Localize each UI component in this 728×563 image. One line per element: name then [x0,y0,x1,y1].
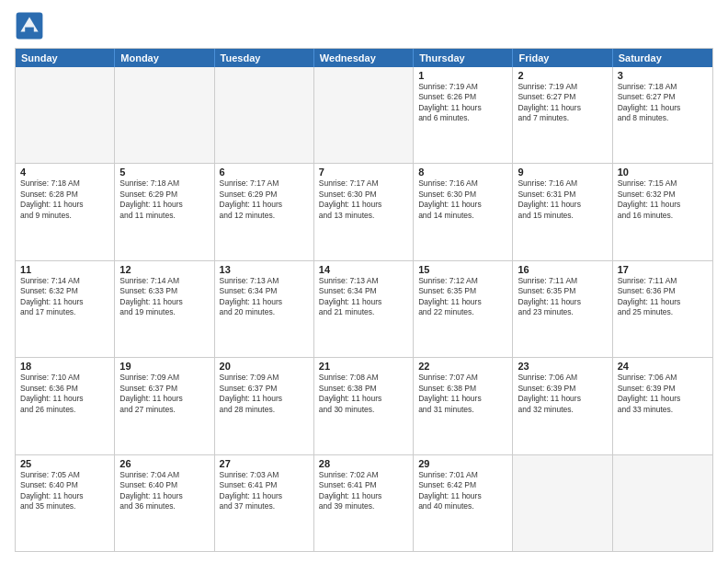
day-number: 27 [220,458,309,469]
day-number: 9 [518,167,607,178]
cal-day-8: 8Sunrise: 7:16 AM Sunset: 6:30 PM Daylig… [414,164,513,259]
day-info: Sunrise: 7:11 AM Sunset: 6:35 PM Dayligh… [518,276,607,318]
cal-day-empty [215,67,314,163]
day-info: Sunrise: 7:15 AM Sunset: 6:32 PM Dayligh… [618,178,708,221]
day-number: 8 [418,167,507,178]
day-info: Sunrise: 7:13 AM Sunset: 6:34 PM Dayligh… [319,276,408,318]
day-number: 4 [20,167,109,178]
cal-week-4: 18Sunrise: 7:10 AM Sunset: 6:36 PM Dayli… [16,357,712,454]
cal-day-16: 16Sunrise: 7:11 AM Sunset: 6:35 PM Dayli… [513,261,612,357]
day-info: Sunrise: 7:09 AM Sunset: 6:37 PM Dayligh… [119,373,209,415]
day-number: 26 [119,458,209,469]
day-info: Sunrise: 7:06 AM Sunset: 6:39 PM Dayligh… [618,373,708,415]
cal-day-3: 3Sunrise: 7:18 AM Sunset: 6:27 PM Daylig… [613,67,712,163]
day-number: 12 [119,264,209,275]
cal-week-2: 4Sunrise: 7:18 AM Sunset: 6:28 PM Daylig… [16,163,712,259]
day-number: 23 [518,361,607,372]
day-number: 18 [20,361,109,372]
cal-day-17: 17Sunrise: 7:11 AM Sunset: 6:36 PM Dayli… [613,261,712,357]
day-info: Sunrise: 7:10 AM Sunset: 6:36 PM Dayligh… [20,373,109,415]
cal-day-18: 18Sunrise: 7:10 AM Sunset: 6:36 PM Dayli… [16,358,115,454]
svg-rect-2 [25,28,34,33]
day-info: Sunrise: 7:18 AM Sunset: 6:28 PM Dayligh… [20,178,109,221]
cal-body: 1Sunrise: 7:19 AM Sunset: 6:26 PM Daylig… [16,67,712,551]
day-number: 19 [119,361,209,372]
day-info: Sunrise: 7:02 AM Sunset: 6:41 PM Dayligh… [319,470,408,512]
day-number: 6 [220,167,309,178]
day-number: 20 [220,361,309,372]
calendar: SundayMondayTuesdayWednesdayThursdayFrid… [15,48,713,552]
cal-day-6: 6Sunrise: 7:17 AM Sunset: 6:29 PM Daylig… [215,164,314,259]
day-number: 3 [618,70,708,81]
cal-day-1: 1Sunrise: 7:19 AM Sunset: 6:26 PM Daylig… [414,67,513,163]
day-info: Sunrise: 7:03 AM Sunset: 6:41 PM Dayligh… [220,470,309,512]
day-number: 15 [418,264,507,275]
header-day-monday: Monday [115,49,214,67]
day-info: Sunrise: 7:14 AM Sunset: 6:32 PM Dayligh… [20,276,109,318]
cal-week-1: 1Sunrise: 7:19 AM Sunset: 6:26 PM Daylig… [16,67,712,163]
day-info: Sunrise: 7:06 AM Sunset: 6:39 PM Dayligh… [518,373,607,415]
header-day-saturday: Saturday [613,49,712,67]
day-number: 14 [319,264,408,275]
day-info: Sunrise: 7:17 AM Sunset: 6:30 PM Dayligh… [319,178,408,221]
day-info: Sunrise: 7:19 AM Sunset: 6:27 PM Dayligh… [518,82,607,124]
day-info: Sunrise: 7:04 AM Sunset: 6:40 PM Dayligh… [119,470,209,512]
day-info: Sunrise: 7:18 AM Sunset: 6:27 PM Dayligh… [618,82,708,124]
cal-day-empty [513,455,612,551]
header-area [15,11,713,40]
header-day-sunday: Sunday [16,49,115,67]
header-day-thursday: Thursday [414,49,513,67]
cal-week-5: 25Sunrise: 7:05 AM Sunset: 6:40 PM Dayli… [16,454,712,551]
day-info: Sunrise: 7:16 AM Sunset: 6:30 PM Dayligh… [418,178,507,221]
day-info: Sunrise: 7:14 AM Sunset: 6:33 PM Dayligh… [119,276,209,318]
day-info: Sunrise: 7:11 AM Sunset: 6:36 PM Dayligh… [618,276,708,318]
day-number: 29 [418,458,507,469]
cal-day-13: 13Sunrise: 7:13 AM Sunset: 6:34 PM Dayli… [215,261,314,357]
day-number: 16 [518,264,607,275]
day-number: 1 [418,70,507,81]
day-info: Sunrise: 7:18 AM Sunset: 6:29 PM Dayligh… [119,178,209,221]
cal-day-5: 5Sunrise: 7:18 AM Sunset: 6:29 PM Daylig… [115,164,214,259]
logo [15,11,48,40]
cal-day-24: 24Sunrise: 7:06 AM Sunset: 6:39 PM Dayli… [613,358,712,454]
cal-day-10: 10Sunrise: 7:15 AM Sunset: 6:32 PM Dayli… [613,164,712,259]
day-info: Sunrise: 7:09 AM Sunset: 6:37 PM Dayligh… [220,373,309,415]
cal-day-14: 14Sunrise: 7:13 AM Sunset: 6:34 PM Dayli… [314,261,414,357]
cal-day-15: 15Sunrise: 7:12 AM Sunset: 6:35 PM Dayli… [414,261,513,357]
cal-day-23: 23Sunrise: 7:06 AM Sunset: 6:39 PM Dayli… [513,358,612,454]
cal-day-19: 19Sunrise: 7:09 AM Sunset: 6:37 PM Dayli… [115,358,214,454]
cal-day-empty [16,67,115,163]
logo-icon [15,11,44,40]
cal-day-7: 7Sunrise: 7:17 AM Sunset: 6:30 PM Daylig… [314,164,414,259]
day-info: Sunrise: 7:16 AM Sunset: 6:31 PM Dayligh… [518,178,607,221]
cal-day-22: 22Sunrise: 7:07 AM Sunset: 6:38 PM Dayli… [414,358,513,454]
header-day-friday: Friday [513,49,612,67]
cal-day-11: 11Sunrise: 7:14 AM Sunset: 6:32 PM Dayli… [16,261,115,357]
day-number: 28 [319,458,408,469]
day-info: Sunrise: 7:05 AM Sunset: 6:40 PM Dayligh… [20,470,109,512]
day-number: 2 [518,70,607,81]
day-number: 11 [20,264,109,275]
cal-day-26: 26Sunrise: 7:04 AM Sunset: 6:40 PM Dayli… [115,455,214,551]
cal-week-3: 11Sunrise: 7:14 AM Sunset: 6:32 PM Dayli… [16,260,712,357]
day-number: 25 [20,458,109,469]
cal-header: SundayMondayTuesdayWednesdayThursdayFrid… [16,49,712,67]
day-info: Sunrise: 7:12 AM Sunset: 6:35 PM Dayligh… [418,276,507,318]
cal-day-12: 12Sunrise: 7:14 AM Sunset: 6:33 PM Dayli… [115,261,214,357]
header-day-tuesday: Tuesday [215,49,314,67]
cal-day-27: 27Sunrise: 7:03 AM Sunset: 6:41 PM Dayli… [215,455,314,551]
day-info: Sunrise: 7:08 AM Sunset: 6:38 PM Dayligh… [319,373,408,415]
day-number: 24 [618,361,708,372]
day-info: Sunrise: 7:13 AM Sunset: 6:34 PM Dayligh… [220,276,309,318]
cal-day-empty [115,67,214,163]
cal-day-28: 28Sunrise: 7:02 AM Sunset: 6:41 PM Dayli… [314,455,414,551]
day-number: 10 [618,167,708,178]
cal-day-empty [314,67,414,163]
cal-day-29: 29Sunrise: 7:01 AM Sunset: 6:42 PM Dayli… [414,455,513,551]
day-number: 5 [119,167,209,178]
day-info: Sunrise: 7:07 AM Sunset: 6:38 PM Dayligh… [418,373,507,415]
cal-day-4: 4Sunrise: 7:18 AM Sunset: 6:28 PM Daylig… [16,164,115,259]
day-info: Sunrise: 7:19 AM Sunset: 6:26 PM Dayligh… [418,82,507,124]
cal-day-25: 25Sunrise: 7:05 AM Sunset: 6:40 PM Dayli… [16,455,115,551]
day-number: 13 [220,264,309,275]
